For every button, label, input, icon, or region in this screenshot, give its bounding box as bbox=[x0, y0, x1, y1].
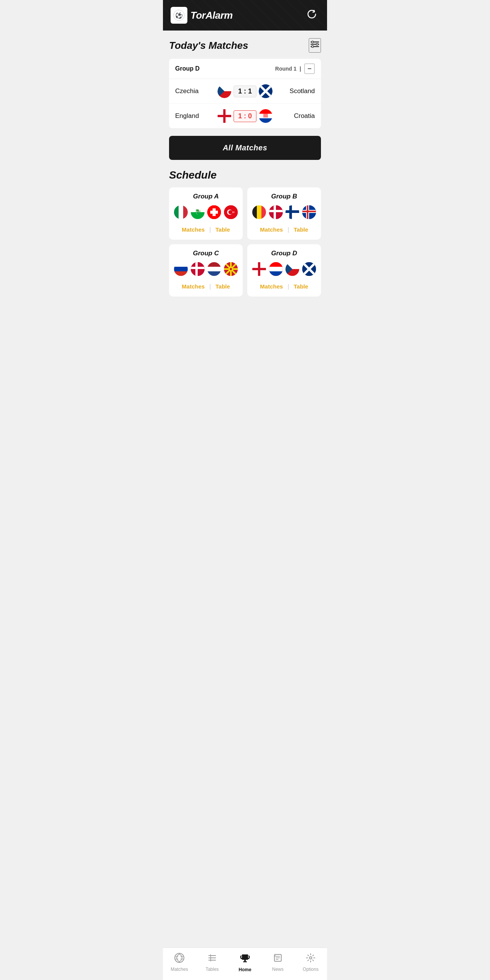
flag-belgium bbox=[252, 205, 266, 219]
nav-options[interactable]: Options bbox=[294, 951, 327, 974]
flag-scotland bbox=[259, 84, 272, 98]
group-c-flags bbox=[174, 262, 238, 276]
todays-matches-title: Today's Matches bbox=[169, 40, 248, 52]
svg-rect-27 bbox=[259, 118, 272, 123]
group-b-flags bbox=[252, 205, 316, 219]
svg-rect-87 bbox=[207, 271, 221, 276]
group-c-matches-link[interactable]: Matches bbox=[177, 282, 209, 291]
nav-tables[interactable]: Tables bbox=[196, 951, 229, 974]
team-right-scotland: Scotland bbox=[276, 87, 315, 95]
flag-croatia-d bbox=[269, 262, 283, 276]
groups-grid: Group A bbox=[169, 187, 321, 297]
flag-croatia bbox=[259, 109, 272, 123]
flag-czechia bbox=[218, 84, 231, 98]
nav-news[interactable]: News bbox=[261, 951, 294, 974]
nav-home[interactable]: Home bbox=[229, 951, 261, 974]
group-b-table-link[interactable]: Table bbox=[289, 225, 313, 234]
svg-rect-75 bbox=[174, 262, 188, 267]
flag-denmark bbox=[269, 205, 283, 219]
svg-text:⚽: ⚽ bbox=[175, 12, 183, 19]
svg-rect-33 bbox=[183, 205, 188, 219]
app-title: TorAlarm bbox=[190, 10, 233, 21]
svg-point-117 bbox=[175, 953, 184, 962]
svg-rect-77 bbox=[174, 271, 188, 276]
group-d-matches-link[interactable]: Matches bbox=[255, 282, 287, 291]
nav-matches[interactable]: Matches bbox=[163, 951, 196, 974]
svg-rect-76 bbox=[174, 267, 188, 271]
nav-news-label: News bbox=[272, 967, 284, 972]
home-icon bbox=[240, 953, 250, 965]
team-left-england: England bbox=[175, 112, 214, 120]
group-a-table-link[interactable]: Table bbox=[211, 225, 235, 234]
round-info: Round 1 | − bbox=[275, 63, 315, 74]
svg-rect-123 bbox=[244, 960, 246, 961]
match-row[interactable]: Czechia 1 : 1 bbox=[169, 79, 321, 104]
group-card-a: Group A bbox=[169, 187, 243, 240]
group-b-title: Group B bbox=[252, 193, 316, 200]
group-b-matches-link[interactable]: Matches bbox=[255, 225, 287, 234]
match-row[interactable]: England 1 : 0 bbox=[169, 104, 321, 128]
group-b-links: Matches | Table bbox=[252, 225, 316, 234]
group-a-links: Matches | Table bbox=[174, 225, 238, 234]
flag-macedonia bbox=[224, 262, 238, 276]
svg-rect-65 bbox=[289, 205, 292, 219]
flag-wales: 🐉 bbox=[190, 205, 205, 219]
flag-iceland bbox=[302, 205, 316, 219]
group-c-title: Group C bbox=[174, 250, 238, 257]
svg-rect-86 bbox=[207, 267, 221, 271]
svg-point-48 bbox=[229, 210, 233, 214]
svg-rect-64 bbox=[285, 210, 299, 213]
flag-scotland-d bbox=[302, 262, 316, 276]
round-label: Round 1 bbox=[275, 66, 297, 72]
flag-russia bbox=[174, 262, 188, 276]
bottom-navigation: Matches Tables Home bbox=[163, 948, 327, 980]
all-matches-button[interactable]: All Matches bbox=[169, 136, 321, 160]
group-d-links: Matches | Table bbox=[252, 282, 316, 291]
svg-text:🐉: 🐉 bbox=[194, 209, 201, 215]
svg-rect-32 bbox=[179, 205, 183, 219]
score-england-croatia: 1 : 0 bbox=[234, 110, 256, 122]
svg-rect-43 bbox=[210, 211, 218, 214]
team-left-czechia: Czechia bbox=[175, 87, 214, 95]
svg-rect-85 bbox=[207, 262, 221, 267]
group-d-table-link[interactable]: Table bbox=[289, 282, 313, 291]
svg-rect-53 bbox=[252, 205, 257, 219]
flag-finland bbox=[285, 205, 300, 219]
main-content: Today's Matches Group D Round 1 | − Cze bbox=[163, 31, 327, 335]
nav-options-label: Options bbox=[303, 967, 318, 972]
svg-point-6 bbox=[316, 44, 318, 45]
filter-button[interactable] bbox=[309, 38, 321, 53]
svg-rect-122 bbox=[242, 954, 248, 960]
group-c-table-link[interactable]: Table bbox=[211, 282, 235, 291]
news-icon bbox=[273, 953, 283, 965]
group-a-title: Group A bbox=[174, 193, 238, 200]
svg-rect-55 bbox=[261, 205, 266, 219]
collapse-button[interactable]: − bbox=[304, 63, 315, 74]
schedule-title: Schedule bbox=[169, 169, 321, 181]
matches-icon bbox=[174, 953, 184, 965]
nav-home-label: Home bbox=[239, 967, 251, 972]
score-area-1: 1 : 1 bbox=[214, 84, 276, 98]
svg-rect-72 bbox=[302, 211, 316, 212]
options-icon bbox=[306, 953, 316, 965]
app-header: ⚽ TorAlarm bbox=[163, 0, 327, 31]
group-d-flags bbox=[252, 262, 316, 276]
svg-rect-31 bbox=[174, 205, 179, 219]
svg-rect-82 bbox=[191, 267, 205, 269]
logo-area: ⚽ TorAlarm bbox=[171, 7, 233, 24]
group-header: Group D Round 1 | − bbox=[169, 59, 321, 79]
group-a-matches-link[interactable]: Matches bbox=[177, 225, 209, 234]
group-d-card-title: Group D bbox=[252, 250, 316, 257]
svg-rect-22 bbox=[218, 115, 231, 117]
refresh-button[interactable] bbox=[304, 6, 319, 24]
logo-icon: ⚽ bbox=[171, 7, 187, 24]
flag-england-d bbox=[252, 262, 266, 276]
group-card-d: Group D bbox=[247, 244, 321, 297]
svg-rect-54 bbox=[257, 205, 261, 219]
score-area-2: 1 : 0 bbox=[214, 109, 276, 123]
group-card-c: Group C bbox=[169, 244, 243, 297]
svg-rect-28 bbox=[263, 113, 268, 118]
flag-denmark-c bbox=[190, 262, 205, 276]
svg-rect-105 bbox=[269, 267, 283, 271]
group-card-b: Group B bbox=[247, 187, 321, 240]
